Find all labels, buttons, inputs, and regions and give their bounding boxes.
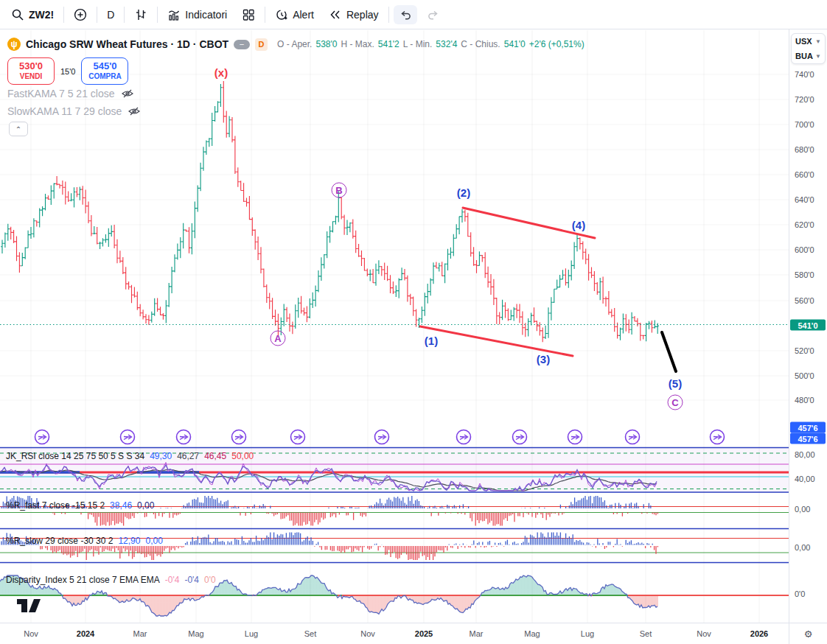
wave-label-2[interactable]: (2) xyxy=(457,186,470,199)
price-badge: 457'6 xyxy=(790,433,826,444)
buy-button[interactable]: 545'0 COMPRA xyxy=(81,57,128,85)
close-label: C - Chius. xyxy=(461,39,500,49)
wave-label-B[interactable]: B xyxy=(332,183,347,198)
time-tick-Mag: Mag xyxy=(524,629,540,638)
symbol-ticker: ZW2! xyxy=(29,9,54,21)
indicator-legend-disparity_index[interactable]: Disparity_Index 5 21 close 7 EMA EMA-0'4… xyxy=(6,575,216,585)
legend-segment: 12,90 xyxy=(118,536,140,546)
gear-icon: ⚙ xyxy=(804,629,813,640)
price-tick: 0,00 xyxy=(789,505,827,514)
wave-label-x[interactable]: (x) xyxy=(214,66,228,79)
collapse-legend-button[interactable]: ⌃ xyxy=(9,122,28,136)
time-tick-Set: Set xyxy=(304,629,317,638)
price-tick: 660'0 xyxy=(789,170,827,179)
toolbar-separator xyxy=(124,7,125,23)
replay-icon xyxy=(329,8,342,21)
close-value: 541'0 xyxy=(504,39,526,49)
grid-layout-icon xyxy=(242,8,255,21)
unit-label: BUA xyxy=(795,52,813,60)
time-tick-Mar: Mar xyxy=(470,629,484,638)
wave-label-1[interactable]: (1) xyxy=(425,335,438,347)
legend-segment: JK_RSI close 14 25 75 50 5 S S 34 xyxy=(6,451,144,461)
currency-selector[interactable]: USX ▼ xyxy=(792,34,825,49)
eye-off-icon[interactable] xyxy=(128,105,141,118)
toolbar-separator xyxy=(157,7,158,23)
open-value: 538'0 xyxy=(315,39,337,49)
legend-segment: 46,27 xyxy=(177,451,199,461)
legend-dash-pill[interactable]: – xyxy=(234,40,250,49)
trendline-drawing[interactable] xyxy=(420,326,573,356)
layout-grid-button[interactable] xyxy=(237,5,260,24)
fastkama-label: FastKAMA 7 5 21 close xyxy=(7,88,115,99)
replay-button[interactable]: Replay xyxy=(324,5,384,24)
chart-window: ZW2! D xyxy=(0,0,827,644)
time-tick-Nov: Nov xyxy=(24,629,38,638)
wave-label-5[interactable]: (5) xyxy=(669,377,682,390)
legend-segment: 38,46 xyxy=(110,500,132,511)
overlay-legend-fastkama[interactable]: FastKAMA 7 5 21 close xyxy=(7,86,134,101)
price-axis[interactable]: USX ▼ BUA ▼ 740'0720'0700'0680'0660'0640… xyxy=(789,29,827,623)
price-tick: 0'0 xyxy=(789,589,827,598)
currency-label: USX xyxy=(795,37,812,46)
wave-label-C[interactable]: C xyxy=(668,395,683,410)
price-tick: 600'0 xyxy=(789,245,827,254)
price-badge: 541'0 xyxy=(790,320,826,331)
interval-label: D xyxy=(107,9,114,21)
price-tick: 580'0 xyxy=(789,270,827,279)
top-toolbar: ZW2! D xyxy=(0,0,827,29)
time-tick-Nov: Nov xyxy=(697,629,711,638)
chart-style-button[interactable] xyxy=(129,5,153,24)
redo-button[interactable] xyxy=(422,5,445,24)
time-tick-2025: 2025 xyxy=(415,629,433,638)
axis-settings-button[interactable]: ⚙ xyxy=(789,623,827,644)
axis-unit-selector: USX ▼ BUA ▼ xyxy=(791,33,826,64)
price-tick: 740'0 xyxy=(789,70,827,79)
redo-icon xyxy=(427,8,440,21)
indicator-legend-%r_slow[interactable]: %R_slow 29 close -30 30 212,900,00 xyxy=(6,536,163,546)
low-label: L - Min. xyxy=(403,39,433,49)
undo-button[interactable] xyxy=(394,5,417,24)
wave-label-4[interactable]: (4) xyxy=(572,219,585,231)
chart-legend-header[interactable]: ψ Chicago SRW Wheat Futures · 1D · CBOT … xyxy=(7,36,585,52)
toolbar-separator xyxy=(97,7,97,23)
buy-price: 545'0 xyxy=(82,61,128,72)
indicator-legend-%r_fast[interactable]: %R_fast 7 close -15 15 238,460,00 xyxy=(6,500,154,511)
symbol-search-button[interactable]: ZW2! xyxy=(6,5,59,24)
eye-off-icon[interactable] xyxy=(121,87,134,100)
unit-selector[interactable]: BUA ▼ xyxy=(792,49,825,63)
price-tick: 480'0 xyxy=(789,396,827,405)
price-tick: 500'0 xyxy=(789,371,827,380)
time-tick-Lug: Lug xyxy=(245,629,258,638)
price-tick: 640'0 xyxy=(789,195,827,204)
legend-interval-pill[interactable]: D xyxy=(255,38,268,51)
low-value: 532'4 xyxy=(436,39,457,49)
indicator-legend-jk_rsi[interactable]: JK_RSI close 14 25 75 50 5 S S 3449,3046… xyxy=(6,451,254,461)
interval-button[interactable]: D xyxy=(102,6,119,24)
wave-label-3[interactable]: (3) xyxy=(537,353,550,365)
alert-button[interactable]: Alert xyxy=(270,5,319,24)
wave-label-A[interactable]: A xyxy=(271,331,286,346)
r-fast-bars-down xyxy=(53,513,658,526)
legend-segment: -0'4 xyxy=(184,575,199,585)
toolbar-separator xyxy=(265,7,265,23)
tradingview-logo[interactable] xyxy=(16,597,41,615)
ohlc-readout: O - Aper. 538'0 H - Max. 541'2 L - Min. … xyxy=(277,39,585,49)
sell-button[interactable]: 530'0 VENDI xyxy=(7,57,55,85)
legend-segment: 50,00 xyxy=(231,451,254,461)
projection-arrow[interactable] xyxy=(662,332,676,371)
bar-style-icon xyxy=(134,8,147,21)
change-value: +2'6 (+0,51%) xyxy=(529,39,585,49)
indicators-button[interactable]: Indicatori xyxy=(162,5,232,24)
open-label: O - Aper. xyxy=(277,39,312,49)
legend-segment: Disparity_Index 5 21 close 7 EMA EMA xyxy=(6,575,160,585)
compare-add-button[interactable] xyxy=(69,5,92,24)
slowkama-label: SlowKAMA 11 7 29 close xyxy=(7,105,122,117)
time-tick-Mar: Mar xyxy=(133,629,147,638)
overlay-legend-slowkama[interactable]: SlowKAMA 11 7 29 close xyxy=(7,104,141,119)
time-axis[interactable]: Nov2024MarMagLugSetNov2025MarMagLugSetNo… xyxy=(0,623,789,644)
sell-price: 530'0 xyxy=(8,61,54,72)
price-tick: 560'0 xyxy=(789,296,827,305)
buy-label: COMPRA xyxy=(82,72,128,81)
time-tick-Set: Set xyxy=(640,629,652,638)
alert-clock-icon xyxy=(275,8,288,21)
